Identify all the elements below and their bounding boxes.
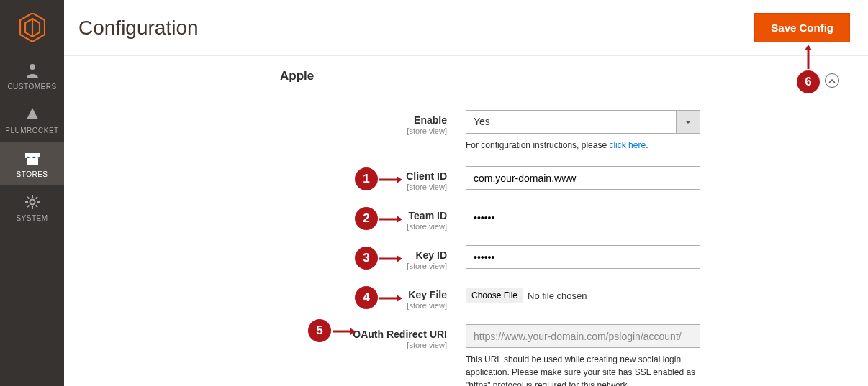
plumrocket-icon xyxy=(24,106,41,122)
svg-line-7 xyxy=(27,197,30,199)
row-team-id: Team ID [store view] xyxy=(64,206,868,231)
instructions-link[interactable]: click here xyxy=(609,140,646,150)
svg-line-9 xyxy=(27,206,30,208)
nav-label: CUSTOMERS xyxy=(7,83,56,91)
row-redirect-uri: OAuth Redirect URI [store view] This URL… xyxy=(64,324,868,386)
collapse-toggle[interactable] xyxy=(825,73,839,88)
redirect-uri-input xyxy=(466,324,700,348)
annotation-marker-3: 3 xyxy=(355,247,378,270)
row-enable: Enable [store view] Yes For configuratio… xyxy=(64,110,868,152)
svg-line-10 xyxy=(35,197,37,199)
team-id-input[interactable] xyxy=(466,206,700,229)
nav-system[interactable]: SYSTEM xyxy=(0,185,64,229)
annotation-arrow-1 xyxy=(379,175,402,184)
team-id-label: Team ID xyxy=(409,210,447,221)
annotation-marker-5: 5 xyxy=(308,319,331,342)
annotation-arrow-5 xyxy=(333,327,356,336)
admin-sidebar: CUSTOMERS PLUMROCKET STORES SYSTEM xyxy=(0,0,64,386)
client-id-input[interactable] xyxy=(466,166,700,190)
annotation-arrow-3 xyxy=(379,254,402,263)
svg-point-0 xyxy=(30,64,35,70)
choose-file-button[interactable]: Choose File xyxy=(466,288,523,303)
nav-stores[interactable]: STORES xyxy=(0,142,64,185)
row-key-file: Key File [store view] Choose File No fil… xyxy=(64,285,868,310)
annotation-arrow-4 xyxy=(379,294,402,303)
gear-icon xyxy=(24,194,41,210)
svg-line-8 xyxy=(35,206,37,208)
svg-rect-1 xyxy=(27,158,38,165)
nav-customers[interactable]: CUSTOMERS xyxy=(0,54,64,98)
row-client-id: Client ID [store view] xyxy=(64,166,868,191)
redirect-note: This URL should be used while creating n… xyxy=(466,353,700,386)
key-file-label: Key File xyxy=(408,289,447,300)
key-id-label: Key ID xyxy=(415,249,447,261)
redirect-label: OAuth Redirect URI xyxy=(353,328,447,340)
stores-icon xyxy=(24,150,41,166)
enable-label: Enable xyxy=(414,114,447,126)
nav-label: SYSTEM xyxy=(16,214,48,222)
annotation-arrow-6 xyxy=(804,45,813,69)
chevron-up-icon xyxy=(828,76,836,85)
page-title: Configuration xyxy=(78,17,199,40)
nav-label: PLUMROCKET xyxy=(5,127,58,134)
file-status: No file chosen xyxy=(528,290,587,301)
dropdown-arrow-icon xyxy=(677,110,700,134)
page-header: Configuration Save Config xyxy=(64,0,868,56)
magento-logo xyxy=(0,0,64,54)
nav-plumrocket[interactable]: PLUMROCKET xyxy=(0,98,64,142)
annotation-marker-1: 1 xyxy=(355,167,378,190)
svg-point-2 xyxy=(30,200,35,205)
section-title: Apple xyxy=(280,69,314,83)
annotation-arrow-2 xyxy=(379,215,402,224)
enable-note: For configuration instructions, please c… xyxy=(466,139,700,152)
annotation-marker-4: 4 xyxy=(355,286,378,309)
customers-icon xyxy=(24,63,41,78)
scope-hint: [store view] xyxy=(64,341,447,349)
scope-hint: [store view] xyxy=(64,127,447,135)
enable-value: Yes xyxy=(466,110,677,134)
client-id-label: Client ID xyxy=(406,170,447,182)
enable-select[interactable]: Yes xyxy=(466,110,700,134)
key-id-input[interactable] xyxy=(466,245,700,269)
save-config-button[interactable]: Save Config xyxy=(754,13,850,42)
annotation-marker-6: 6 xyxy=(797,70,820,93)
config-content: Apple Enable [store view] Yes xyxy=(64,56,868,63)
annotation-marker-2: 2 xyxy=(355,207,378,230)
nav-label: STORES xyxy=(17,170,48,178)
row-key-id: Key ID [store view] xyxy=(64,245,868,270)
